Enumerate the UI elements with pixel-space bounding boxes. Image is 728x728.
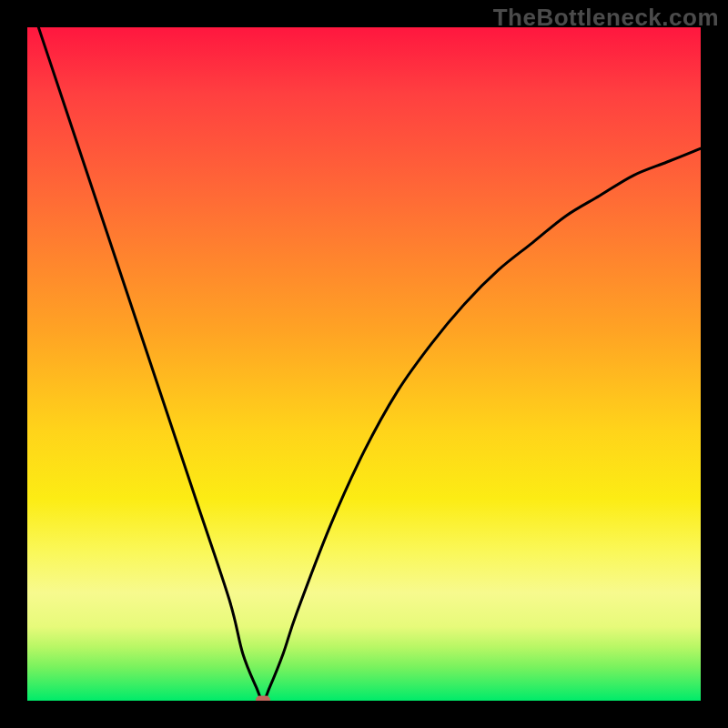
bottleneck-curve bbox=[27, 27, 701, 701]
curve-svg bbox=[27, 27, 701, 701]
optimal-point-marker bbox=[256, 696, 270, 702]
plot-area bbox=[27, 27, 701, 701]
watermark-text: TheBottleneck.com bbox=[493, 4, 719, 32]
chart-container: TheBottleneck.com bbox=[0, 0, 728, 728]
